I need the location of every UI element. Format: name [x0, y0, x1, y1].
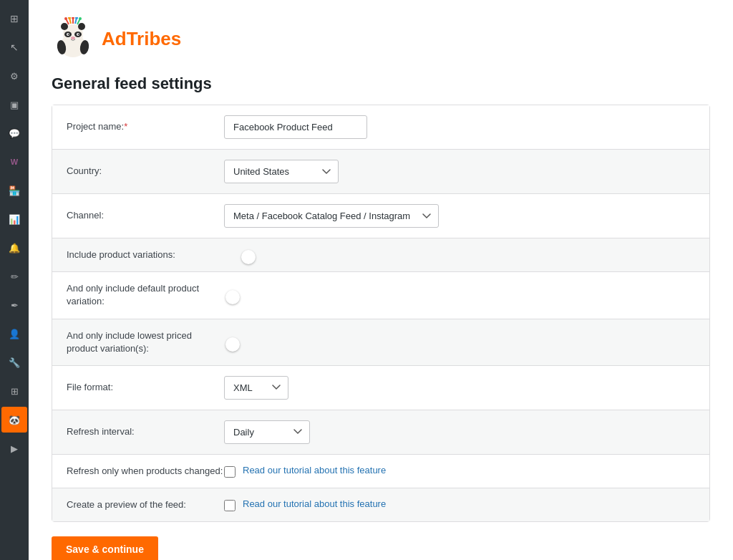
sidebar: ⊞ ↖ ⚙ ▣ 💬 W 🏪 📊 🔔 ✏ ✒ 👤 🔧 ⊞ 🐼 ▶ — [0, 0, 29, 560]
sidebar-item-user[interactable]: 👤 — [1, 321, 27, 347]
refresh-changed-control: Read our tutorial about this feature — [224, 465, 695, 478]
panda-mascot-icon — [52, 17, 94, 60]
refresh-changed-label: Refresh only when products changed: — [67, 465, 224, 478]
file-format-row: File format: XML CSV TSV — [52, 366, 709, 410]
svg-point-2 — [61, 23, 68, 30]
file-format-control: XML CSV TSV — [224, 376, 695, 400]
sidebar-item-cursor[interactable]: ↖ — [1, 34, 27, 60]
sidebar-item-store[interactable]: 🏪 — [1, 178, 27, 203]
include-variations-label: Include product variations: — [67, 248, 224, 261]
svg-point-20 — [79, 17, 82, 20]
sidebar-item-adtribes[interactable]: 🐼 — [1, 407, 27, 433]
default-variation-row: And only include default product variati… — [52, 272, 709, 319]
sidebar-item-page[interactable]: ▣ — [1, 92, 27, 117]
lowest-priced-row: And only include lowest priced product v… — [52, 319, 709, 366]
save-continue-button[interactable]: Save & continue — [52, 536, 158, 560]
project-name-input[interactable] — [224, 115, 367, 139]
project-name-control — [224, 115, 695, 139]
file-format-label: File format: — [67, 381, 224, 394]
channel-select[interactable]: Meta / Facebook Catalog Feed / Instagram… — [224, 204, 439, 228]
country-row: Country: United States United Kingdom Ge… — [52, 150, 709, 194]
include-variations-thumb — [241, 250, 256, 264]
preview-checkbox-row: Read our tutorial about this feature — [224, 498, 695, 511]
channel-control: Meta / Facebook Catalog Feed / Instagram… — [224, 204, 695, 228]
preview-tutorial-link[interactable]: Read our tutorial about this feature — [243, 498, 386, 509]
main-content: AdTribes General feed settings Project n… — [29, 0, 733, 560]
brand-name: AdTribes — [102, 28, 181, 50]
sidebar-item-dashboard[interactable]: ⊞ — [1, 6, 27, 32]
page-title: General feed settings — [52, 74, 710, 93]
refresh-interval-control: Daily Hourly Weekly — [224, 420, 695, 444]
svg-point-10 — [71, 37, 75, 39]
preview-row: Create a preview of the feed: Read our t… — [52, 488, 709, 521]
include-variations-control — [224, 248, 695, 261]
refresh-changed-tutorial-link[interactable]: Read our tutorial about this feature — [243, 465, 386, 475]
sidebar-item-comment[interactable]: 💬 — [1, 120, 27, 146]
preview-control: Read our tutorial about this feature — [224, 498, 695, 511]
project-name-row: Project name:* — [52, 105, 709, 150]
default-variation-label: And only include default product variati… — [67, 282, 224, 308]
svg-point-8 — [68, 34, 69, 35]
preview-checkbox[interactable] — [224, 500, 236, 511]
country-label: Country: — [67, 165, 224, 178]
refresh-changed-checkbox[interactable] — [224, 466, 236, 478]
sidebar-item-bell[interactable]: 🔔 — [1, 235, 27, 261]
channel-row: Channel: Meta / Facebook Catalog Feed / … — [52, 194, 709, 238]
sidebar-item-edit[interactable]: ✏ — [1, 264, 27, 289]
sidebar-item-plus[interactable]: ⊞ — [1, 378, 27, 404]
refresh-interval-row: Refresh interval: Daily Hourly Weekly — [52, 410, 709, 455]
refresh-interval-select[interactable]: Daily Hourly Weekly — [224, 420, 310, 444]
include-variations-row: Include product variations: — [52, 238, 709, 272]
lowest-priced-thumb — [225, 337, 240, 352]
svg-point-9 — [78, 34, 79, 35]
project-name-label: Project name:* — [67, 120, 224, 133]
svg-point-3 — [78, 23, 85, 30]
sidebar-item-play[interactable]: ▶ — [1, 435, 27, 461]
country-select[interactable]: United States United Kingdom Germany Fra… — [224, 160, 339, 183]
default-variation-control — [224, 289, 695, 301]
refresh-interval-label: Refresh interval: — [67, 425, 224, 438]
refresh-changed-checkbox-row: Read our tutorial about this feature — [224, 465, 695, 478]
country-control: United States United Kingdom Germany Fra… — [224, 160, 695, 183]
svg-point-18 — [72, 17, 74, 19]
refresh-changed-row: Refresh only when products changed: Read… — [52, 455, 709, 488]
svg-point-16 — [64, 17, 67, 20]
preview-label: Create a preview of the feed: — [67, 498, 224, 511]
channel-label: Channel: — [67, 209, 224, 222]
sidebar-item-tools[interactable]: 🔧 — [1, 349, 27, 375]
sidebar-item-woo[interactable]: W — [1, 149, 27, 175]
sidebar-item-chart[interactable]: 📊 — [1, 206, 27, 232]
lowest-priced-label: And only include lowest priced product v… — [67, 329, 224, 355]
sidebar-item-pencil[interactable]: ✒ — [1, 292, 27, 318]
default-variation-thumb — [225, 290, 240, 304]
lowest-priced-control — [224, 336, 695, 349]
file-format-select[interactable]: XML CSV TSV — [224, 376, 288, 400]
sidebar-item-puzzle[interactable]: ⚙ — [1, 63, 27, 89]
settings-table: Project name:* Country: United States Un… — [52, 105, 710, 522]
logo-area: AdTribes — [52, 17, 710, 60]
